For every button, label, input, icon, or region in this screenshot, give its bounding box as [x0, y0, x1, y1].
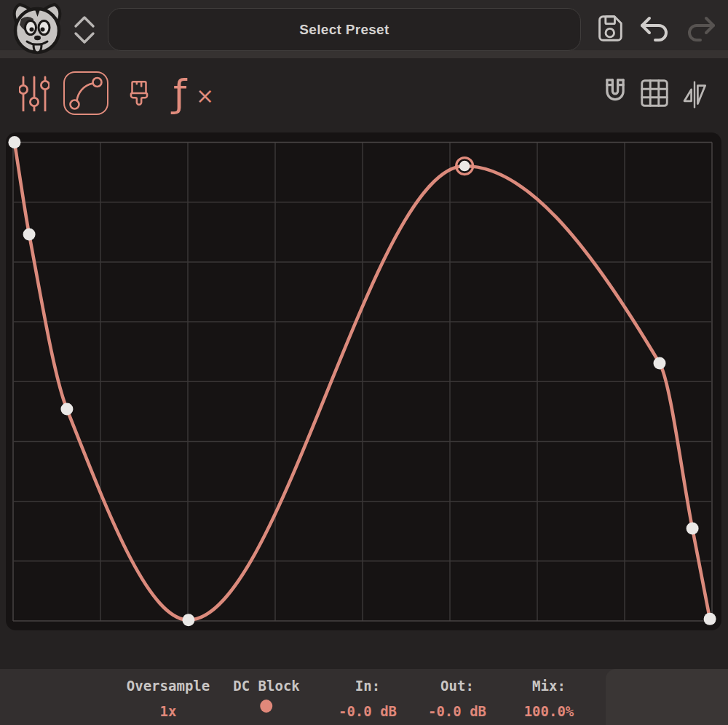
preset-step-buttons[interactable] — [71, 12, 98, 47]
bezier-curve-icon — [65, 73, 106, 113]
footer-corner-panel — [606, 669, 728, 725]
plugin-window: Select Preset — [0, 0, 728, 725]
grid-toggle-button[interactable] — [638, 76, 671, 111]
mix-value[interactable]: 100.0% — [524, 705, 574, 718]
curve-editor[interactable] — [6, 132, 721, 630]
flip-horizontal-icon — [678, 78, 711, 111]
dc-block-label: DC Block — [233, 679, 300, 693]
dc-block-control: DC Block — [233, 679, 300, 716]
paintbrush-icon — [125, 76, 153, 111]
mix-control: Mix: 100.0% — [524, 679, 574, 718]
curve-point-selected[interactable] — [459, 161, 470, 171]
chevron-up-icon[interactable] — [76, 17, 93, 26]
curve-point[interactable] — [60, 403, 73, 416]
sliders-icon — [19, 76, 50, 111]
save-icon — [593, 12, 626, 45]
undo-button[interactable] — [638, 15, 673, 44]
tool-sliders-button[interactable] — [19, 76, 50, 111]
tool-curve-button[interactable] — [63, 71, 108, 115]
curve-point[interactable] — [182, 614, 194, 626]
input-gain-control: In: -0.0 dB — [339, 679, 397, 718]
oversample-value[interactable]: 1x — [127, 705, 210, 718]
curve-point[interactable] — [654, 357, 666, 369]
logo-button[interactable] — [9, 1, 66, 55]
mix-label: Mix: — [524, 679, 574, 693]
curve-point[interactable] — [687, 523, 699, 535]
input-gain-value[interactable]: -0.0 dB — [339, 705, 397, 718]
snap-magnet-button[interactable] — [598, 76, 632, 112]
redo-button[interactable] — [683, 15, 718, 44]
fx-times-glyph: × — [196, 83, 214, 109]
grid-icon — [638, 76, 671, 111]
header-divider — [0, 50, 728, 58]
output-gain-control: Out: -0.0 dB — [428, 679, 486, 718]
curve-point[interactable] — [8, 136, 20, 148]
output-gain-label: Out: — [428, 679, 486, 693]
preset-selector[interactable]: Select Preset — [108, 8, 581, 51]
magnet-icon — [598, 76, 632, 112]
output-gain-value[interactable]: -0.0 dB — [428, 705, 486, 718]
curve-point[interactable] — [23, 229, 36, 241]
curve-point[interactable] — [704, 613, 716, 625]
oversample-control: Oversample 1x — [127, 679, 210, 718]
redo-icon — [683, 15, 718, 44]
preset-selector-label: Select Preset — [299, 22, 389, 38]
input-gain-label: In: — [339, 679, 397, 693]
flip-horizontal-button[interactable] — [678, 78, 711, 111]
undo-icon — [638, 15, 673, 44]
dog-mascot-icon — [9, 1, 66, 55]
tool-fx-button[interactable]: ƒ × — [172, 73, 213, 114]
chevron-down-icon[interactable] — [76, 33, 93, 42]
tool-paintbrush-button[interactable] — [125, 76, 153, 111]
fx-function-glyph: ƒ — [173, 73, 186, 114]
oversample-label: Oversample — [127, 679, 210, 693]
dc-block-indicator[interactable] — [260, 700, 272, 713]
save-button[interactable] — [593, 12, 626, 45]
transfer-curve-canvas[interactable] — [6, 132, 721, 630]
